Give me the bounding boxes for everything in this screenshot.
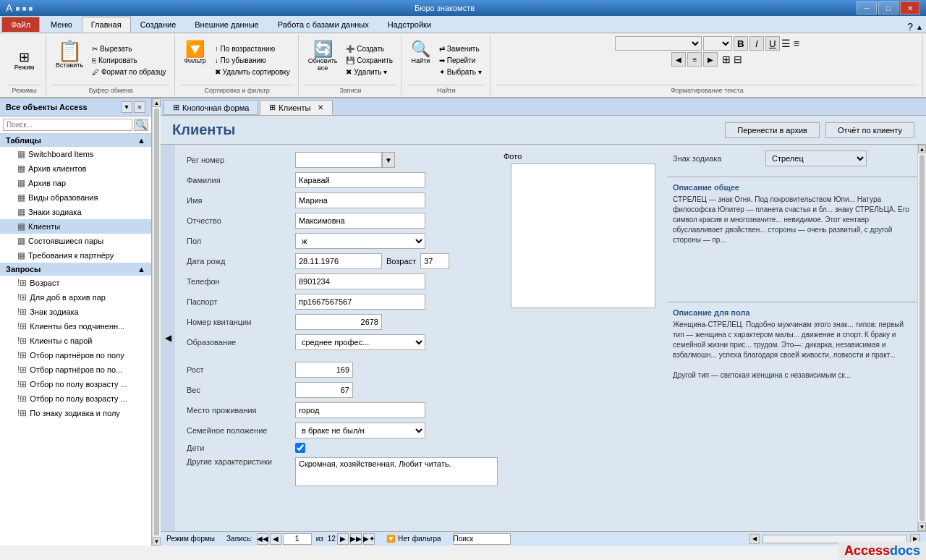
nav-prev-button[interactable]: ◀ (270, 533, 281, 545)
reg-nomer-dropdown[interactable]: ▼ (382, 152, 395, 168)
italic-button[interactable]: I (749, 36, 764, 51)
nav-first-button[interactable]: ◀◀ (257, 533, 268, 545)
nav-item-vozrast[interactable]: !⊞Возраст (0, 276, 151, 290)
nav-item-switchboard[interactable]: ▦Switchboard Items (0, 147, 151, 161)
vozrast-input[interactable] (420, 253, 449, 269)
ribbon-btn-sort-desc[interactable]: ↓ По убыванию (211, 55, 294, 66)
nav-scroll-thumb[interactable] (154, 109, 159, 535)
tab-file[interactable]: Файл (1, 17, 40, 33)
rost-input[interactable] (295, 362, 353, 378)
deti-checkbox[interactable] (295, 443, 305, 453)
nav-scroll-down[interactable]: ▼ (153, 537, 161, 546)
reg-nomer-input[interactable] (295, 152, 382, 168)
ribbon-help-icon[interactable]: ? (907, 21, 913, 33)
kvitanciya-input[interactable] (295, 314, 382, 330)
tab-menu[interactable]: Меню (41, 17, 82, 33)
ribbon-btn-paste[interactable]: 📋 Вставить (52, 39, 87, 82)
underline-button[interactable]: U (765, 36, 780, 51)
nav-last-button[interactable]: ▶▶ (350, 533, 362, 545)
scroll-left-button[interactable]: ◀ (749, 534, 760, 544)
drugie-textarea[interactable]: Скромная, хозяйственная. Любит читать. (295, 457, 498, 486)
nav-item-clients-pair[interactable]: !⊞Клиенты с парой (0, 334, 151, 348)
minimize-button[interactable]: ─ (857, 1, 877, 14)
ribbon-btn-refresh[interactable]: 🔄 Обновитьвсе (305, 39, 341, 82)
nav-item-clients-no-sub[interactable]: !⊞Клиенты без подчиненн... (0, 319, 151, 334)
nav-item-zodiac-signs[interactable]: ▦Знаки зодиака (0, 205, 151, 219)
nav-item-partner-req[interactable]: ▦Требования к партнёру (0, 248, 151, 263)
font-family-select[interactable] (615, 36, 702, 51)
nav-item-sex-age1[interactable]: !⊞Отбор по полу возрасту ... (0, 377, 151, 391)
align-left-button[interactable]: ◀ (671, 52, 686, 67)
ribbon-btn-delete[interactable]: ✖ Удалить ▾ (342, 67, 396, 77)
maximize-button[interactable]: □ (878, 1, 899, 14)
ribbon-btn-mode[interactable]: ⊞ Режим (11, 48, 38, 73)
tab-create[interactable]: Создание (131, 17, 186, 33)
right-scroll-thumb[interactable] (919, 155, 925, 521)
nav-search-input[interactable] (3, 119, 132, 131)
nav-collapse-button[interactable]: ▼ (121, 101, 132, 113)
mesto-input[interactable] (295, 402, 425, 418)
nav-options-button[interactable]: ≡ (134, 101, 145, 113)
report-button[interactable]: Отчёт по клиенту (825, 122, 914, 138)
familiya-input[interactable] (295, 172, 425, 188)
nav-item-archive-pairs[interactable]: ▦Архив пар (0, 176, 151, 190)
ribbon-btn-create-record[interactable]: ➕ Создать (342, 43, 396, 54)
nav-next-button[interactable]: ▶ (337, 533, 349, 545)
nav-item-pairs[interactable]: ▦Состоявшиеся пары (0, 234, 151, 248)
ribbon-btn-select[interactable]: ✦ Выбрать ▾ (436, 67, 485, 77)
tab-addins[interactable]: Надстройки (378, 17, 441, 33)
nav-item-zodiac-sex[interactable]: !⊞По знаку зодиака и полу (0, 406, 151, 420)
pasport-input[interactable] (295, 294, 425, 310)
ribbon-minimize-icon[interactable]: ▲ (916, 23, 923, 31)
nav-scrollbar[interactable]: ▲ ▼ (152, 98, 161, 546)
tab-clients[interactable]: ⊞ Клиенты ✕ (260, 100, 333, 115)
tab-db[interactable]: Работа с базами данных (268, 17, 378, 33)
search-input[interactable] (453, 533, 511, 545)
imya-input[interactable] (295, 192, 425, 208)
close-button[interactable]: ✕ (900, 1, 920, 14)
otchestvo-input[interactable] (295, 213, 425, 229)
ves-input[interactable] (295, 382, 353, 398)
nav-section-queries[interactable]: Запросы ▲ (0, 263, 151, 276)
tab-clients-close[interactable]: ✕ (318, 103, 323, 111)
tab-external[interactable]: Внешние данные (185, 17, 268, 33)
ribbon-btn-find[interactable]: 🔍 Найти (407, 39, 434, 82)
telefon-input[interactable] (295, 273, 425, 289)
tab-home[interactable]: Главная (82, 17, 131, 33)
ribbon-btn-cut[interactable]: ✂ Вырезать (88, 43, 169, 54)
nav-item-clients[interactable]: ▦Клиенты (0, 219, 151, 234)
nav-scroll-up[interactable]: ▲ (153, 98, 161, 107)
bold-button[interactable]: B (734, 36, 748, 51)
right-scrollbar[interactable]: ▲ ▼ (917, 145, 926, 531)
ribbon-btn-filter[interactable]: 🔽 Фильтр (181, 39, 210, 82)
ribbon-btn-copy[interactable]: ⎘ Копировать (88, 55, 169, 66)
data-rozhd-input[interactable] (295, 253, 382, 269)
semeinoe-select[interactable]: в браке не был/н (295, 423, 425, 438)
right-scroll-up[interactable]: ▲ (918, 145, 926, 153)
ribbon-btn-save[interactable]: 💾 Сохранить (342, 55, 396, 66)
nav-item-dlya-dob[interactable]: !⊞Для доб в архив пар (0, 290, 151, 305)
ribbon-btn-format[interactable]: 🖊 Формат по образцу (88, 67, 169, 77)
nav-item-sex-age2[interactable]: !⊞Отбор по полу возрасту ... (0, 391, 151, 406)
form-nav-arrow[interactable]: ◀ (161, 145, 175, 531)
font-size-select[interactable] (703, 36, 732, 51)
align-right-button[interactable]: ▶ (703, 52, 718, 67)
ribbon-btn-remove-sort[interactable]: ✖ Удалить сортировку (211, 67, 294, 77)
nav-item-education-types[interactable]: ▦Виды образования (0, 190, 151, 205)
nav-item-znak-zodiaka[interactable]: !⊞Знак зодиака (0, 305, 151, 319)
ribbon-btn-sort-asc[interactable]: ↑ По возрастанию (211, 43, 294, 54)
nav-item-partners-sex[interactable]: !⊞Отбор партнёров по полу (0, 348, 151, 362)
nav-new-button[interactable]: ▶✦ (363, 533, 375, 545)
tab-switchboard[interactable]: ⊞ Кнопочная форма (163, 100, 258, 115)
ribbon-btn-replace[interactable]: ⇄ Заменить (436, 43, 485, 54)
zodiac-select[interactable]: Стрелец (765, 150, 867, 166)
nav-item-partners-sex2[interactable]: !⊞Отбор партнёров по по... (0, 362, 151, 377)
align-center-button[interactable]: ≡ (687, 52, 702, 67)
nav-search-button[interactable]: 🔍 (134, 119, 148, 131)
archive-button[interactable]: Перенести в архив (725, 122, 820, 138)
obrazovanie-select[interactable]: среднее профес... (295, 334, 425, 350)
right-scroll-down[interactable]: ▼ (918, 522, 926, 531)
nav-item-archive-clients[interactable]: ▦Архив клиентов (0, 161, 151, 176)
ribbon-btn-go[interactable]: ➡ Перейти (436, 55, 485, 66)
nav-section-tables[interactable]: Таблицы ▲ (0, 134, 151, 147)
